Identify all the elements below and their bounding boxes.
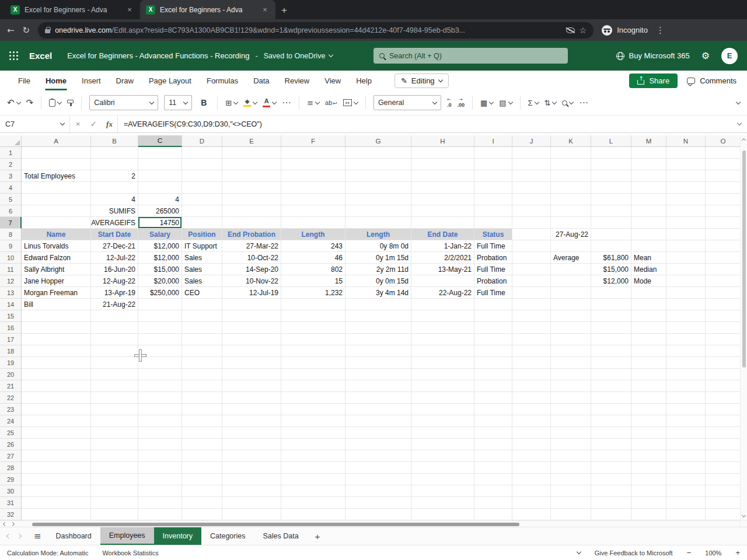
cell-D15[interactable] — [182, 310, 222, 322]
app-launcher-icon[interactable] — [9, 51, 19, 61]
cell-L21[interactable] — [591, 380, 631, 392]
row-header-24[interactable]: 24 — [0, 415, 22, 427]
cell-E1[interactable] — [222, 147, 281, 159]
row-header-19[interactable]: 19 — [0, 357, 22, 369]
cell-J14[interactable] — [512, 299, 551, 310]
cell-O29[interactable] — [706, 474, 741, 485]
cell-E26[interactable] — [222, 439, 281, 450]
row-header-17[interactable]: 17 — [0, 334, 22, 345]
cell-L15[interactable] — [591, 310, 631, 322]
cell-O14[interactable] — [706, 299, 741, 310]
cell-N8[interactable] — [666, 229, 706, 240]
formula-input[interactable]: =AVERAGEIFS(C9:C30,D9:D30,"<>CEO") — [118, 116, 732, 132]
cell-E3[interactable] — [222, 170, 281, 182]
cell-G8[interactable]: Length — [345, 229, 411, 240]
cell-C14[interactable] — [138, 299, 182, 310]
column-header-H[interactable]: H — [411, 135, 474, 147]
cell-I13[interactable]: Full Time — [474, 287, 512, 299]
cell-E21[interactable] — [222, 380, 281, 392]
cell-J7[interactable] — [512, 217, 551, 229]
cell-K25[interactable] — [551, 427, 591, 439]
cell-B30[interactable] — [91, 485, 138, 497]
cell-A5[interactable] — [22, 194, 91, 205]
cell-I28[interactable] — [474, 462, 512, 474]
cell-J5[interactable] — [512, 194, 551, 205]
cell-E11[interactable]: 14-Sep-20 — [222, 264, 281, 275]
cell-G16[interactable] — [345, 322, 411, 334]
cell-N28[interactable] — [666, 462, 706, 474]
cell-J17[interactable] — [512, 334, 551, 345]
cell-B8[interactable]: Start Date — [91, 229, 138, 240]
cell-L23[interactable] — [591, 404, 631, 415]
sheet-tab-employees[interactable]: Employees — [100, 527, 154, 545]
cell-L27[interactable] — [591, 450, 631, 462]
cell-H32[interactable] — [411, 509, 474, 520]
scroll-right-icon[interactable] — [11, 522, 15, 526]
cell-K20[interactable] — [551, 369, 591, 380]
cell-N14[interactable] — [666, 299, 706, 310]
cell-C13[interactable]: $250,000 — [138, 287, 182, 299]
cell-K10[interactable]: Average — [551, 252, 591, 264]
cell-N6[interactable] — [666, 205, 706, 217]
cell-G20[interactable] — [345, 369, 411, 380]
cell-B10[interactable]: 12-Jul-22 — [91, 252, 138, 264]
row-header-21[interactable]: 21 — [0, 380, 22, 392]
cell-H26[interactable] — [411, 439, 474, 450]
cell-G17[interactable] — [345, 334, 411, 345]
cell-A1[interactable] — [22, 147, 91, 159]
cell-L17[interactable] — [591, 334, 631, 345]
cell-J12[interactable] — [512, 275, 551, 287]
cell-C12[interactable]: $20,000 — [138, 275, 182, 287]
row-header-18[interactable]: 18 — [0, 345, 22, 357]
cell-J9[interactable] — [512, 240, 551, 252]
account-avatar[interactable]: E — [721, 48, 738, 64]
cell-H22[interactable] — [411, 392, 474, 404]
cell-L8[interactable] — [591, 229, 631, 240]
cell-D30[interactable] — [182, 485, 222, 497]
share-button[interactable]: Share — [629, 74, 678, 88]
cell-B19[interactable] — [91, 357, 138, 369]
new-tab-button[interactable]: + — [275, 2, 293, 19]
cell-J23[interactable] — [512, 404, 551, 415]
cell-M13[interactable] — [631, 287, 666, 299]
cell-I30[interactable] — [474, 485, 512, 497]
cell-O24[interactable] — [706, 415, 741, 427]
increase-decimal-button[interactable]: →.00 — [457, 97, 465, 108]
cell-N10[interactable] — [666, 252, 706, 264]
cell-O28[interactable] — [706, 462, 741, 474]
cell-C2[interactable] — [138, 159, 182, 170]
cell-H18[interactable] — [411, 345, 474, 357]
cell-C17[interactable] — [138, 334, 182, 345]
cell-G27[interactable] — [345, 450, 411, 462]
cell-G25[interactable] — [345, 427, 411, 439]
cell-N1[interactable] — [666, 147, 706, 159]
cell-J19[interactable] — [512, 357, 551, 369]
cell-B6[interactable]: SUMIFS — [91, 205, 138, 217]
cell-L4[interactable] — [591, 182, 631, 194]
cell-M22[interactable] — [631, 392, 666, 404]
cell-C31[interactable] — [138, 497, 182, 509]
cell-I3[interactable] — [474, 170, 512, 182]
cell-A12[interactable]: Jane Hopper — [22, 275, 91, 287]
cell-K31[interactable] — [551, 497, 591, 509]
cell-N19[interactable] — [666, 357, 706, 369]
row-header-14[interactable]: 14 — [0, 299, 22, 310]
enter-button[interactable]: ✓ — [86, 116, 102, 132]
cell-I19[interactable] — [474, 357, 512, 369]
cell-D5[interactable] — [182, 194, 222, 205]
sheet-tab-inventory[interactable]: Inventory — [154, 527, 201, 545]
cell-M31[interactable] — [631, 497, 666, 509]
cell-E4[interactable] — [222, 182, 281, 194]
cell-O9[interactable] — [706, 240, 741, 252]
saved-status[interactable]: Saved to OneDrive — [264, 52, 333, 60]
cell-J4[interactable] — [512, 182, 551, 194]
cell-F24[interactable] — [281, 415, 345, 427]
cell-K21[interactable] — [551, 380, 591, 392]
cell-C27[interactable] — [138, 450, 182, 462]
row-header-31[interactable]: 31 — [0, 497, 22, 509]
cell-M19[interactable] — [631, 357, 666, 369]
sheet-nav-next-icon[interactable] — [17, 534, 22, 538]
cell-B2[interactable] — [91, 159, 138, 170]
cell-D2[interactable] — [182, 159, 222, 170]
cell-F6[interactable] — [281, 205, 345, 217]
